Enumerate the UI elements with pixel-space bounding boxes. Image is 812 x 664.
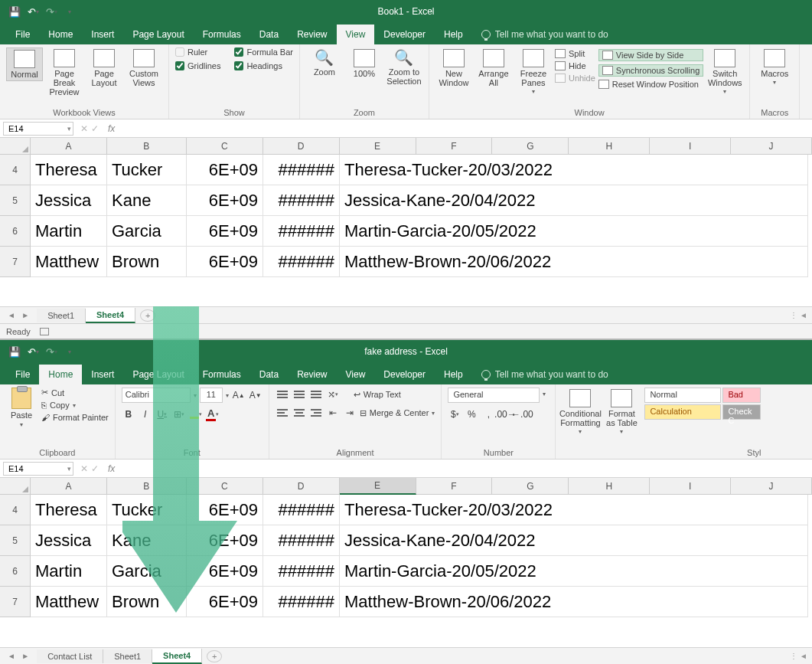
col-header-D[interactable]: D [263,138,340,155]
number-format-dropdown[interactable]: General [448,388,540,403]
fx-icon[interactable]: fx [103,123,119,134]
cell-style-bad[interactable]: Bad [722,388,761,403]
cell[interactable]: Matthew-Brown-20/06/2022 [340,247,808,277]
row-header[interactable]: 7 [0,587,31,617]
zoom-100-button[interactable]: 100% [346,47,383,80]
cell[interactable]: ###### [263,185,340,216]
row-header[interactable]: 4 [0,495,31,525]
decrease-indent-icon[interactable]: ⇤ [326,406,340,420]
cell-style-normal[interactable]: Normal [644,388,721,403]
increase-font-icon[interactable]: A▲ [232,388,246,402]
tell-me-search[interactable]: Tell me what you want to do [472,25,618,44]
cell[interactable]: Jessica-Kane-20/04/2022 [340,185,808,216]
reset-window-position-button[interactable]: Reset Window Position [598,80,703,89]
cell[interactable]: ###### [263,525,340,556]
cancel-icon[interactable]: ✕ [80,123,88,134]
cell[interactable]: Theresa-Tucker-20/03/2022 [340,155,808,185]
scroll-config-icon[interactable]: ⋮ ◄ [785,311,812,319]
font-name-input[interactable]: Calibri [122,388,191,403]
tab-developer[interactable]: Developer [374,25,435,44]
col-header-B[interactable]: B [107,478,187,495]
new-window-button[interactable]: New Window [435,47,472,89]
view-side-by-side-button[interactable]: View Side by Side [598,49,703,61]
cell[interactable]: Tucker [107,495,187,525]
tab-page-layout[interactable]: Page Layout [123,365,193,384]
tab-view[interactable]: View [337,365,375,384]
fx-icon[interactable]: fx [103,463,119,474]
name-box-dropdown-icon[interactable]: ▾ [67,465,71,473]
qat-customize-icon[interactable]: ▾ [61,343,78,360]
cell[interactable]: Jessica [31,525,107,556]
cell[interactable]: Tucker [107,155,187,185]
accounting-format-icon[interactable]: $▾ [448,407,461,421]
align-top-icon[interactable] [276,388,289,401]
col-header-E[interactable]: E [340,478,416,495]
col-header-G[interactable]: G [492,138,569,155]
col-header-A[interactable]: A [31,138,107,155]
tab-file[interactable]: File [6,365,39,384]
cell-style-calculation[interactable]: Calculation [644,404,721,420]
cell[interactable]: Theresa [31,495,107,525]
cell[interactable]: Matthew [31,587,107,617]
switch-windows-button[interactable]: Switch Windows▾ [706,47,743,97]
cancel-icon[interactable]: ✕ [80,463,88,474]
cell[interactable]: Jessica-Kane-20/04/2022 [340,525,808,556]
tab-formulas[interactable]: Formulas [194,365,250,384]
bold-button[interactable]: B [122,407,135,421]
align-center-icon[interactable] [292,406,306,420]
conditional-formatting-button[interactable]: Conditional Formatting▾ [562,388,598,437]
tab-view[interactable]: View [337,25,375,44]
tab-data[interactable]: Data [250,25,288,44]
row-header[interactable]: 6 [0,216,31,247]
underline-button[interactable]: U▾ [155,407,169,421]
redo-icon[interactable]: ↷▾ [43,343,60,360]
row-header[interactable]: 6 [0,556,31,587]
fill-color-button[interactable]: ▾ [189,407,203,421]
col-header-D[interactable]: D [263,478,340,495]
new-sheet-button[interactable]: + [207,650,222,662]
cell[interactable]: Jessica [31,185,107,216]
align-right-icon[interactable] [309,406,323,420]
paste-button[interactable]: Paste▾ [6,388,37,428]
zoom-to-selection-button[interactable]: 🔍Zoom to Selection [386,47,422,87]
col-header-C[interactable]: C [187,478,263,495]
italic-button[interactable]: I [139,407,152,421]
split-button[interactable]: Split [555,49,595,58]
macros-button[interactable]: Macros▾ [756,47,793,88]
formula-bar-checkbox[interactable]: Formula Bar [234,47,293,57]
cell[interactable]: ###### [263,556,340,587]
col-header-H[interactable]: H [569,138,650,155]
select-all-corner[interactable] [0,478,31,495]
tab-data[interactable]: Data [250,365,288,384]
scroll-config-icon[interactable]: ⋮ ◄ [785,652,812,660]
col-header-F[interactable]: F [416,478,493,495]
name-box[interactable]: E14 [3,122,73,136]
tab-help[interactable]: Help [435,365,472,384]
enter-icon[interactable]: ✓ [91,123,99,134]
increase-indent-icon[interactable]: ⇥ [343,406,357,420]
decrease-decimal-icon[interactable]: ←.00 [515,407,529,421]
cell[interactable]: Martin [31,556,107,587]
tab-file[interactable]: File [6,25,39,44]
cell[interactable]: Martin-Garcia-20/05/2022 [340,556,808,587]
cell[interactable]: Garcia [107,556,187,587]
col-header-A[interactable]: A [31,478,107,495]
spreadsheet-grid-2[interactable]: A B C D E F G H I J 4TheresaTucker6E+09#… [0,478,812,647]
name-box-dropdown-icon[interactable]: ▾ [67,125,71,132]
cell-style-check[interactable]: Check C [722,404,761,420]
cell[interactable]: Matthew [31,247,107,277]
save-icon[interactable]: 💾 [6,343,23,360]
page-break-preview-button[interactable]: Page Break Preview [46,47,83,98]
row-header[interactable]: 4 [0,155,31,185]
cell[interactable]: Brown [107,247,187,277]
tab-review[interactable]: Review [288,25,336,44]
normal-view-button[interactable]: Normal [6,47,43,81]
merge-center-button[interactable]: ⊟Merge & Center▾ [360,408,435,418]
tab-formulas[interactable]: Formulas [194,25,250,44]
cell[interactable]: 6E+09 [187,185,263,216]
hide-button[interactable]: Hide [555,61,595,70]
new-sheet-button[interactable]: + [140,309,155,322]
qat-customize-icon[interactable]: ▾ [61,3,78,20]
redo-icon[interactable]: ↷▾ [43,3,60,20]
align-bottom-icon[interactable] [309,388,323,401]
